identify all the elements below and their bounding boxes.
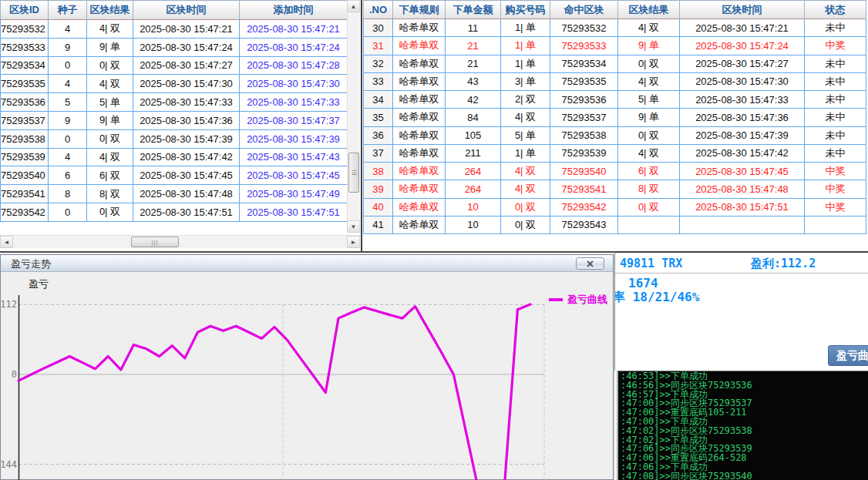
table-cell: 264 [446, 180, 501, 198]
table-row[interactable]: 7529353655| 单2025-08-30 15:47:332025-08-… [1, 93, 348, 112]
table-cell: 75293540 [1, 166, 49, 185]
table-row[interactable]: 7529353800| 双2025-08-30 15:47:392025-08-… [1, 129, 348, 148]
table-cell: 75293532 [1, 20, 49, 39]
table-cell: 1| 单 [501, 55, 550, 72]
column-header[interactable]: 区块结果 [87, 1, 133, 20]
close-x-icon [587, 260, 594, 267]
scroll-up-arrow-icon[interactable]: ▲ [347, 0, 360, 12]
table-cell: 2025-08-30 15:47:24 [680, 37, 805, 55]
table-row[interactable]: 7529353544| 双2025-08-30 15:47:302025-08-… [1, 75, 348, 93]
table-cell: 2025-08-30 15:47:45 [133, 166, 240, 185]
table-row[interactable]: 32哈希单双211| 单752935340| 双2025-08-30 15:47… [364, 55, 866, 72]
table-cell: 38 [364, 163, 393, 180]
table-cell: 6 [49, 166, 87, 185]
window-close-button[interactable] [576, 257, 604, 270]
table-cell: 5| 单 [501, 126, 550, 144]
table-cell: 哈希单双 [393, 55, 446, 72]
column-header[interactable]: 区块时间 [133, 1, 240, 20]
table-row[interactable]: 7529353399| 单2025-08-30 15:47:242025-08-… [1, 38, 348, 56]
table-cell: 75293539 [1, 148, 49, 166]
table-row[interactable]: 38哈希单双2644| 双752935406| 双2025-08-30 15:4… [364, 163, 866, 180]
table-cell: 2025-08-30 15:47:37 [240, 111, 348, 129]
table-cell: 0| 双 [618, 55, 680, 72]
column-header[interactable]: 种子 [49, 1, 87, 20]
column-header[interactable]: 命中区块 [550, 1, 618, 19]
table-row[interactable]: 35哈希单双844| 双752935379| 单2025-08-30 15:47… [364, 109, 866, 126]
table-row[interactable]: 7529353799| 单2025-08-30 15:47:362025-08-… [1, 111, 348, 129]
column-header[interactable]: 下单金额 [446, 1, 501, 19]
table-cell: 8 [49, 185, 87, 203]
table-row[interactable]: 7529353400| 双2025-08-30 15:47:272025-08-… [1, 56, 348, 75]
scroll-down-arrow-icon[interactable]: ▼ [347, 220, 360, 233]
table-cell: 4| 双 [501, 180, 550, 198]
table-cell: 0| 双 [618, 126, 680, 144]
table-cell: 0 [49, 56, 87, 75]
table-row[interactable]: 36哈希单双1055| 单752935380| 双2025-08-30 15:4… [364, 126, 866, 144]
table-cell: 4| 双 [501, 163, 550, 180]
profit-chart-window: 盈亏走势 盈亏 1120-144 盈亏曲线 [0, 254, 614, 480]
table-row[interactable]: 37哈希单双2111| 单752935394| 双2025-08-30 15:4… [364, 144, 866, 162]
table-row[interactable]: 7529354188| 双2025-08-30 15:47:482025-08-… [1, 185, 348, 203]
scroll-right-arrow-icon[interactable]: ► [347, 236, 360, 248]
table-cell: 4| 双 [87, 148, 133, 166]
table-row[interactable]: 30哈希单双111| 单752935324| 双2025-08-30 15:47… [364, 19, 866, 37]
column-header[interactable]: .NO [364, 1, 393, 19]
column-header[interactable]: 添加时间 [240, 1, 348, 20]
chart-body: 盈亏 1120-144 盈亏曲线 [1, 272, 613, 479]
profit-curve-button[interactable]: 盈亏曲线 [828, 345, 868, 366]
block-table-hscrollbar[interactable]: ◄ ||| ► [0, 235, 360, 248]
table-cell: 2025-08-30 15:47:45 [240, 166, 348, 185]
chart-window-titlebar[interactable]: 盈亏走势 [1, 255, 613, 272]
table-row[interactable]: 41哈希单双100| 双75293543 [364, 216, 866, 233]
table-cell: 2025-08-30 15:47:51 [240, 203, 348, 221]
table-row[interactable]: 7529354066| 双2025-08-30 15:47:452025-08-… [1, 166, 348, 185]
table-cell: 未中 [805, 19, 866, 37]
table-cell: 75293537 [1, 111, 49, 129]
table-cell: 哈希单双 [393, 72, 446, 90]
table-cell: 2025-08-30 15:47:33 [240, 93, 348, 112]
table-cell: 5| 单 [618, 91, 680, 109]
hscroll-thumb[interactable]: ||| [131, 237, 179, 247]
vscroll-thumb[interactable]: ☰ [348, 153, 359, 193]
table-cell: 75293537 [550, 109, 618, 126]
balance-value: 49811 TRX [620, 257, 682, 270]
table-cell: 未中 [805, 126, 866, 144]
table-cell: 30 [364, 19, 393, 37]
table-cell: 未中 [805, 72, 866, 90]
scroll-left-arrow-icon[interactable]: ◄ [0, 236, 13, 248]
table-cell: 0| 双 [87, 203, 133, 221]
column-header[interactable]: 区块时间 [680, 1, 805, 19]
table-row[interactable]: 7529353944| 双2025-08-30 15:47:422025-08-… [1, 148, 348, 166]
block-table-vscrollbar[interactable]: ▲ ☰ ▼ [347, 0, 360, 233]
log-console[interactable]: :46:53]>>下单成功:46:56]>>同步区块75293536:46:57… [617, 371, 868, 480]
table-row[interactable]: 7529353244| 双2025-08-30 15:47:212025-08-… [1, 20, 348, 39]
table-cell: 哈希单双 [393, 37, 446, 55]
table-cell: 75293538 [550, 126, 618, 144]
table-cell: 75293533 [1, 38, 49, 56]
table-cell: 75293535 [550, 72, 618, 90]
table-cell: 6| 双 [87, 166, 133, 185]
table-cell: 未中 [805, 55, 866, 72]
table-cell: 9| 单 [87, 111, 133, 129]
table-row[interactable]: 31哈希单双211| 单752935339| 单2025-08-30 15:47… [364, 37, 866, 55]
table-row[interactable]: 34哈希单双422| 双752935365| 单2025-08-30 15:47… [364, 91, 866, 109]
table-cell: 31 [364, 37, 393, 55]
column-header[interactable]: 状态 [805, 1, 866, 19]
column-header[interactable]: 下单规则 [393, 1, 446, 19]
table-cell: 42 [446, 91, 501, 109]
table-cell: 75293535 [1, 75, 49, 93]
table-row[interactable]: 7529354200| 双2025-08-30 15:47:512025-08-… [1, 203, 348, 221]
table-cell: 4 [49, 148, 87, 166]
column-header[interactable]: 区块结果 [618, 1, 680, 19]
table-row[interactable]: 39哈希单双2644| 双752935418| 双2025-08-30 15:4… [364, 180, 866, 198]
orders-table-header-row: .NO下单规则下单金额购买号码命中区块区块结果区块时间状态 [364, 1, 866, 19]
table-cell: 哈希单双 [393, 109, 446, 126]
table-cell: 39 [364, 180, 393, 198]
table-row[interactable]: 33哈希单双433| 单752935354| 双2025-08-30 15:47… [364, 72, 866, 90]
table-row[interactable]: 40哈希单双100| 双752935420| 双2025-08-30 15:47… [364, 198, 866, 216]
table-cell: 2025-08-30 15:47:42 [680, 144, 805, 162]
column-header[interactable]: 区块ID [1, 1, 49, 20]
column-header[interactable]: 购买号码 [501, 1, 550, 19]
table-cell: 0| 双 [501, 216, 550, 233]
profit-label: 盈利: [751, 257, 781, 270]
